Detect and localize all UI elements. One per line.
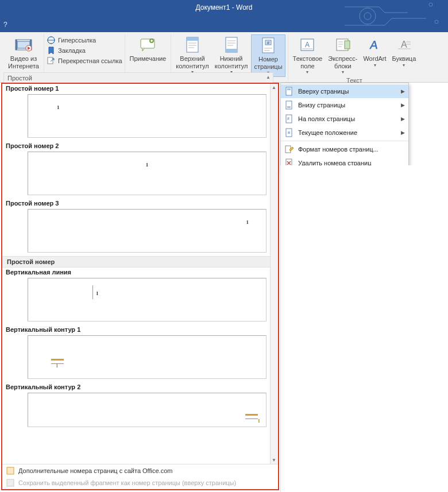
link-icon: [47, 36, 56, 45]
svg-rect-33: [288, 131, 290, 134]
title-bar: Документ1 - Word ?: [0, 0, 448, 32]
bookmark-icon: [47, 46, 56, 55]
gallery-item-vcontour-2[interactable]: Вертикальный контур 2 1: [2, 382, 270, 431]
menu-bottom-of-page[interactable]: Внизу страницы ▶: [281, 98, 408, 112]
page-number-menu: Вверху страницы ▶ Внизу страницы ▶ # На …: [280, 83, 409, 172]
preview: 1: [28, 335, 267, 379]
group-text: A Текстовоеполе ▾ Экспресс-блоки ▾ A Wor…: [288, 34, 421, 80]
window-title: Документ1 - Word: [195, 3, 252, 11]
gallery-footer: Дополнительные номера страниц с сайта Of…: [2, 464, 278, 489]
online-video-label: Видео изИнтернета: [8, 55, 39, 69]
footer-button[interactable]: Нижнийколонтитул ▾: [213, 34, 250, 76]
title-decor: [345, 0, 448, 32]
menu-top-of-page[interactable]: Вверху страницы ▶: [281, 84, 408, 98]
format-icon: [283, 144, 295, 155]
svg-text:A: A: [369, 38, 379, 51]
save-icon: [6, 478, 15, 487]
preview: 1: [28, 209, 267, 253]
dropcap-button[interactable]: A Буквица▾: [390, 34, 419, 76]
menu-page-margins[interactable]: # На полях страницы ▶: [281, 112, 408, 126]
svg-rect-36: [7, 467, 14, 474]
chevron-right-icon: ▶: [401, 130, 405, 135]
document-area: [280, 165, 448, 492]
svg-rect-29: [287, 106, 291, 108]
svg-rect-14: [187, 37, 198, 41]
svg-rect-27: [287, 88, 291, 90]
bookmark-button[interactable]: Закладка: [47, 46, 122, 55]
wordart-icon: A: [366, 36, 384, 54]
svg-point-2: [429, 3, 432, 6]
tell-me-hint[interactable]: ?: [3, 21, 7, 29]
svg-point-3: [435, 20, 438, 24]
svg-rect-16: [226, 49, 237, 52]
page-current-icon: [283, 127, 295, 138]
chevron-right-icon: ▶: [401, 102, 405, 108]
menu-current-position[interactable]: Текущее положение ▶: [281, 126, 408, 140]
svg-rect-23: [345, 41, 350, 49]
page-margin-icon: #: [283, 113, 295, 125]
svg-point-0: [360, 8, 376, 24]
comment-label: Примечание: [130, 55, 167, 63]
gallery-list[interactable]: Простой номер 1 1 Простой номер 2 1 Прос…: [2, 84, 270, 464]
quickparts-button[interactable]: Экспресс-блоки ▾: [326, 34, 360, 76]
svg-rect-6: [16, 40, 17, 50]
up-arrow-icon[interactable]: ▲: [266, 75, 271, 80]
gallery-item-vline[interactable]: Вертикальная линия 1: [2, 268, 270, 325]
svg-text:A: A: [305, 41, 310, 49]
gallery-scrollbar[interactable]: ▲ ▼: [270, 84, 278, 464]
gallery-category: Простой номер: [2, 256, 270, 268]
chevron-right-icon: ▶: [401, 88, 405, 94]
online-video-button[interactable]: Видео изИнтернета: [6, 34, 41, 71]
gallery-header: Простой ▲: [3, 72, 273, 84]
gallery-item-simple-2[interactable]: Простой номер 2 1: [2, 141, 270, 199]
header-button[interactable]: Верхнийколонтитул ▾: [173, 34, 211, 76]
wordart-button[interactable]: A WordArt▾: [361, 34, 388, 76]
gallery-item-simple-1[interactable]: Простой номер 1 1: [2, 84, 270, 141]
office-icon: [6, 466, 15, 475]
scroll-down-icon[interactable]: ▼: [272, 458, 276, 463]
page-number-gallery: Простой номер 1 1 Простой номер 2 1 Прос…: [1, 83, 279, 490]
crossref-button[interactable]: Перекрестная ссылка: [47, 56, 122, 65]
page-number-icon: #: [259, 36, 277, 55]
menu-separator: [281, 141, 408, 141]
hyperlink-button[interactable]: Гиперссылка: [47, 36, 122, 45]
preview: 1: [28, 393, 267, 427]
dropcap-icon: A: [395, 36, 413, 54]
gallery-item-vcontour-1[interactable]: Вертикальный контур 1 1: [2, 325, 270, 382]
crossref-icon: [47, 56, 56, 65]
textbox-icon: A: [298, 36, 316, 54]
footer-icon: [222, 36, 241, 54]
save-selection: Сохранить выделенный фрагмент как номер …: [2, 477, 278, 490]
svg-rect-10: [48, 57, 53, 64]
gallery-item-simple-3[interactable]: Простой номер 3 1: [2, 199, 270, 256]
page-bottom-icon: [283, 99, 295, 111]
preview: 1: [28, 278, 267, 321]
scroll-up-icon[interactable]: ▲: [272, 85, 276, 90]
page-top-icon: [283, 86, 295, 97]
svg-text:#: #: [267, 40, 270, 45]
header-icon: [183, 36, 202, 54]
page-number-button[interactable]: # Номерстраницы ▾: [251, 34, 285, 77]
textbox-button[interactable]: A Текстовоеполе ▾: [291, 34, 325, 76]
svg-text:#: #: [287, 117, 289, 121]
comment-button[interactable]: Примечание: [128, 34, 169, 64]
chevron-right-icon: ▶: [401, 116, 405, 122]
svg-rect-37: [7, 479, 14, 486]
more-from-office[interactable]: Дополнительные номера страниц с сайта Of…: [2, 464, 278, 477]
film-icon: [14, 36, 33, 54]
comment-icon: [138, 36, 157, 54]
quickparts-icon: [334, 36, 352, 54]
preview: 1: [28, 152, 267, 195]
menu-format[interactable]: Формат номеров страниц...: [281, 142, 408, 156]
svg-point-1: [364, 13, 371, 20]
preview: 1: [28, 94, 267, 138]
